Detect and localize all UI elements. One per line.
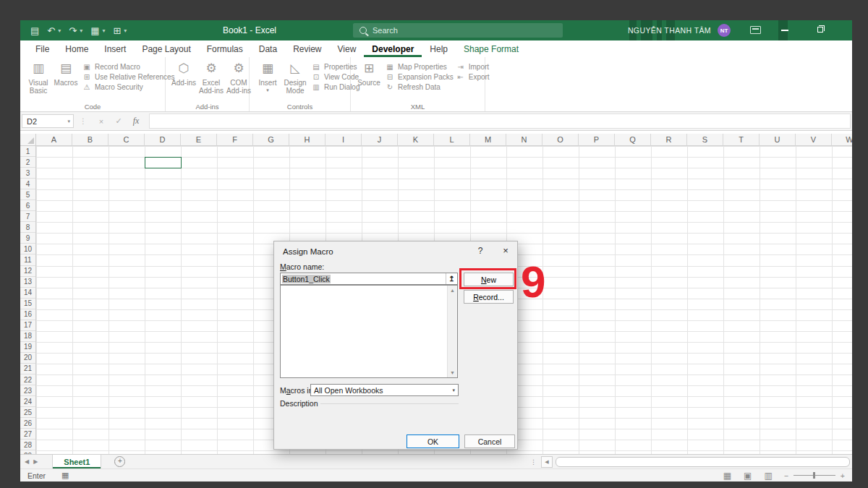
horizontal-scrollbar[interactable]	[556, 457, 850, 467]
ribbon-small-button[interactable]: ⇤ Export	[456, 73, 490, 81]
ribbon-big-button[interactable]: ⊞ Source	[355, 59, 383, 93]
select-all-corner[interactable]	[20, 134, 36, 146]
column-header[interactable]: A	[36, 134, 72, 146]
row-header[interactable]: 22	[20, 374, 35, 385]
restore-button[interactable]	[817, 27, 823, 33]
ribbon-big-button[interactable]: ◺ Design Mode	[281, 59, 309, 101]
search-box[interactable]: Search	[353, 23, 563, 38]
avatar[interactable]: NT	[718, 24, 731, 37]
save-icon[interactable]: ▤	[30, 25, 39, 36]
formula-bar-handle-icon[interactable]: ⋮	[80, 117, 87, 125]
ribbon-small-button[interactable]: ⊞ Use Relative References	[82, 73, 175, 81]
row-header[interactable]: 9	[20, 233, 35, 244]
dialog-help-icon[interactable]: ?	[475, 246, 486, 256]
column-header[interactable]: G	[253, 134, 289, 146]
row-header[interactable]: 13	[20, 277, 35, 288]
ribbon-tab[interactable]: Page Layout	[134, 40, 198, 57]
column-header[interactable]: L	[434, 134, 470, 146]
row-header[interactable]: 21	[20, 364, 35, 374]
macros-in-dropdown[interactable]: All Open Workbooks ▾	[310, 384, 459, 396]
column-header[interactable]: M	[470, 134, 506, 146]
column-header[interactable]: O	[542, 134, 579, 146]
redo-icon[interactable]: ↷	[69, 25, 77, 36]
row-header[interactable]: 14	[20, 288, 35, 299]
column-header[interactable]: B	[72, 134, 109, 146]
ribbon-big-button[interactable]: ▤ Macros	[52, 59, 80, 93]
zoom-slider-thumb[interactable]	[813, 472, 815, 479]
dialog-close-icon[interactable]: ×	[498, 245, 513, 256]
ribbon-small-button[interactable]: ⚠ Macro Security	[82, 83, 175, 91]
zoom-in-button[interactable]: +	[841, 471, 845, 480]
name-box[interactable]: D2 ▾	[22, 114, 74, 128]
qat-customize-icon[interactable]: ▾	[124, 27, 127, 34]
column-header[interactable]: F	[217, 134, 253, 146]
undo-icon[interactable]: ↶	[47, 25, 55, 36]
ribbon-tab[interactable]: Help	[422, 40, 456, 57]
active-cell-d2[interactable]	[145, 157, 182, 168]
ribbon-big-button[interactable]: ▦ Insert ▾	[254, 59, 281, 93]
ribbon-big-button[interactable]: ▥ Visual Basic	[25, 59, 52, 101]
column-header[interactable]: H	[289, 134, 326, 146]
column-header[interactable]: I	[326, 134, 362, 146]
macro-list[interactable]: ▲ ▼	[280, 285, 458, 378]
collapse-dialog-icon[interactable]: ↥	[446, 273, 457, 284]
chart-dropdown-icon[interactable]: ▾	[102, 27, 105, 34]
row-header[interactable]: 3	[20, 168, 35, 179]
row-header[interactable]: 1	[20, 146, 35, 157]
sheet-tab[interactable]: Sheet1	[52, 455, 101, 468]
ribbon-display-options-icon[interactable]	[750, 26, 761, 34]
row-header[interactable]: 19	[20, 342, 35, 353]
next-sheet-icon[interactable]: ▶	[33, 458, 42, 465]
column-header[interactable]: C	[109, 134, 145, 146]
column-header[interactable]: E	[181, 134, 217, 146]
ribbon-tab[interactable]: Shape Format	[456, 40, 527, 57]
row-header[interactable]: 11	[20, 254, 35, 265]
ribbon-tab[interactable]: Home	[57, 40, 96, 57]
ribbon-tab[interactable]: File	[27, 40, 57, 57]
formula-input[interactable]	[149, 114, 851, 129]
ribbon-small-button[interactable]: ⊟ Expansion Packs	[386, 73, 454, 81]
cancel-button[interactable]: Cancel	[464, 435, 515, 448]
row-header[interactable]: 28	[20, 440, 35, 450]
row-header[interactable]: 15	[20, 299, 35, 309]
column-header[interactable]: U	[760, 134, 796, 146]
page-layout-view-icon[interactable]: ▣	[744, 471, 752, 481]
ok-button[interactable]: OK	[407, 435, 459, 448]
normal-view-icon[interactable]: ▦	[723, 471, 731, 481]
ribbon-big-button[interactable]: ⬡ Add-ins	[170, 59, 197, 93]
row-header[interactable]: 17	[20, 320, 35, 331]
row-header[interactable]: 12	[20, 266, 35, 277]
cancel-entry-icon[interactable]: ×	[93, 117, 110, 126]
row-header[interactable]: 25	[20, 407, 35, 418]
ribbon-small-button[interactable]: ▦ Map Properties	[386, 63, 454, 71]
row-header[interactable]: 26	[20, 418, 35, 429]
zoom-out-button[interactable]: −	[784, 471, 788, 480]
user-name[interactable]: NGUYỄN THANH TÂM	[628, 20, 711, 40]
hscroll-left-icon[interactable]: ◀	[541, 456, 553, 468]
ribbon-tab[interactable]: Formulas	[199, 40, 251, 57]
zoom-slider[interactable]	[793, 475, 835, 476]
insert-function-icon[interactable]: fx	[127, 116, 145, 127]
chart-icon[interactable]: ▦	[90, 25, 99, 36]
ribbon-tab[interactable]: Review	[285, 40, 329, 57]
row-header[interactable]: 16	[20, 309, 35, 320]
column-header[interactable]: P	[579, 134, 615, 146]
ribbon-big-button[interactable]: ⚙ COM Add-ins	[225, 59, 252, 101]
row-header[interactable]: 10	[20, 244, 35, 254]
ribbon-small-button[interactable]: ↻ Refresh Data	[386, 83, 454, 91]
page-break-view-icon[interactable]: ▥	[764, 471, 772, 481]
row-header[interactable]: 2	[20, 157, 35, 168]
row-header[interactable]: 5	[20, 189, 35, 200]
ribbon-small-button[interactable]: ⇥ Import	[456, 63, 490, 71]
column-header[interactable]: N	[506, 134, 542, 146]
row-header[interactable]: 24	[20, 396, 35, 407]
macro-record-icon[interactable]: ▦	[61, 471, 69, 480]
ribbon-tab[interactable]: Developer	[364, 40, 422, 57]
undo-dropdown-icon[interactable]: ▾	[58, 27, 61, 34]
minimize-button[interactable]	[781, 30, 788, 31]
row-header[interactable]: 23	[20, 385, 35, 396]
column-header[interactable]: V	[796, 134, 832, 146]
scroll-up-icon[interactable]: ▲	[448, 288, 457, 293]
prev-sheet-icon[interactable]: ◀	[20, 458, 33, 465]
macro-list-scrollbar[interactable]: ▲ ▼	[447, 286, 457, 377]
